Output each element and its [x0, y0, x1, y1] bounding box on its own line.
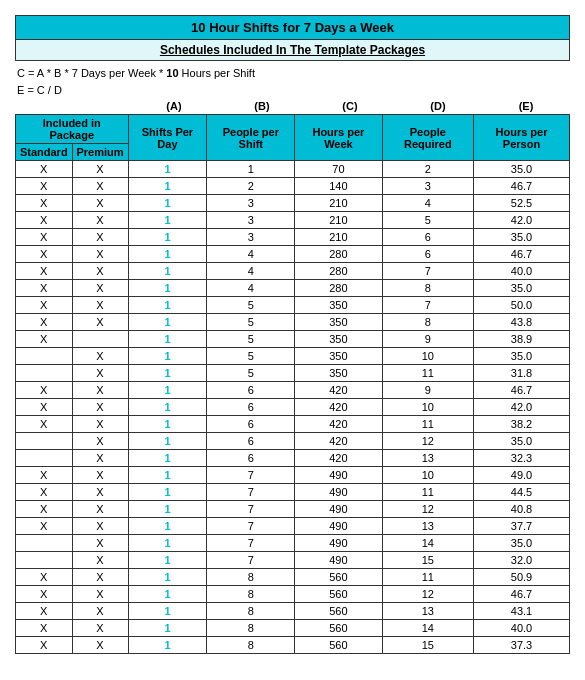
header-people-per-shift: People per Shift [207, 115, 295, 161]
table-cell: 37.7 [474, 518, 570, 535]
table-cell: 210 [295, 229, 382, 246]
formula2: E = C / D [17, 82, 570, 99]
subtitle-bar: Schedules Included In The Template Packa… [15, 40, 570, 61]
table-cell: 32.0 [474, 552, 570, 569]
col-letter-c: (C) [306, 100, 394, 112]
table-cell: 35.0 [474, 229, 570, 246]
table-cell: X [72, 399, 128, 416]
table-cell: 12 [382, 433, 473, 450]
table-cell: 560 [295, 637, 382, 654]
table-cell: 1 [128, 195, 207, 212]
table-cell: X [72, 603, 128, 620]
table-cell: 6 [382, 246, 473, 263]
table-row: X164201235.0 [16, 433, 570, 450]
table-cell: 280 [295, 246, 382, 263]
table-cell: X [16, 569, 73, 586]
table-cell: 40.0 [474, 263, 570, 280]
table-cell: X [16, 229, 73, 246]
table-cell: 6 [207, 416, 295, 433]
formula1: C = A * B * 7 Days per Week * 10 Hours p… [17, 65, 570, 82]
table-cell: 52.5 [474, 195, 570, 212]
table-cell: 1 [128, 382, 207, 399]
table-cell: X [16, 331, 73, 348]
table-cell: 4 [207, 246, 295, 263]
table-cell: 1 [128, 450, 207, 467]
table-cell: 490 [295, 501, 382, 518]
table-cell: X [72, 229, 128, 246]
table-cell: 5 [207, 348, 295, 365]
table-row: XX164201138.2 [16, 416, 570, 433]
table-cell: 350 [295, 348, 382, 365]
table-row: XX185601440.0 [16, 620, 570, 637]
table-cell: 3 [207, 195, 295, 212]
table-cell: 1 [128, 603, 207, 620]
table-cell: 1 [128, 501, 207, 518]
table-cell: 490 [295, 467, 382, 484]
table-cell: 490 [295, 484, 382, 501]
table-cell: 13 [382, 450, 473, 467]
table-cell: 8 [207, 569, 295, 586]
table-cell: 10 [382, 348, 473, 365]
table-cell: X [16, 178, 73, 195]
table-cell: 1 [128, 212, 207, 229]
table-cell: 13 [382, 518, 473, 535]
table-cell: 5 [207, 331, 295, 348]
table-cell: X [72, 246, 128, 263]
table-cell: 8 [207, 586, 295, 603]
table-cell: X [16, 586, 73, 603]
header-included: Included in Package [16, 115, 129, 144]
table-cell: 1 [128, 229, 207, 246]
table-cell: 43.1 [474, 603, 570, 620]
table-cell: 8 [382, 314, 473, 331]
table-cell: 350 [295, 297, 382, 314]
header-standard: Standard [16, 144, 73, 161]
table-cell: 38.2 [474, 416, 570, 433]
table-cell: 50.9 [474, 569, 570, 586]
table-cell: 5 [382, 212, 473, 229]
table-cell: 1 [128, 161, 207, 178]
table-cell: X [72, 501, 128, 518]
table-cell: 2 [382, 161, 473, 178]
table-cell: 1 [128, 637, 207, 654]
table-row: XX185601246.7 [16, 586, 570, 603]
table-row: XX174901144.5 [16, 484, 570, 501]
table-cell: 8 [382, 280, 473, 297]
table-cell: 210 [295, 195, 382, 212]
table-cell: 7 [382, 297, 473, 314]
table-cell [16, 450, 73, 467]
col-letter-d: (D) [394, 100, 482, 112]
table-cell: X [16, 314, 73, 331]
table-cell: X [16, 161, 73, 178]
table-cell: 420 [295, 382, 382, 399]
table-cell: X [72, 195, 128, 212]
table-cell: X [16, 416, 73, 433]
table-cell: 210 [295, 212, 382, 229]
table-row: XX174901049.0 [16, 467, 570, 484]
table-cell: 7 [382, 263, 473, 280]
table-cell: 42.0 [474, 212, 570, 229]
table-cell: 46.7 [474, 178, 570, 195]
table-cell: 350 [295, 314, 382, 331]
table-row: X164201332.3 [16, 450, 570, 467]
table-cell [16, 365, 73, 382]
table-cell: 1 [128, 620, 207, 637]
table-cell: 42.0 [474, 399, 570, 416]
table-cell: 1 [128, 348, 207, 365]
schedule-table: Included in Package Shifts Per Day Peopl… [15, 114, 570, 654]
table-cell: 140 [295, 178, 382, 195]
table-cell: 49.0 [474, 467, 570, 484]
table-cell: 40.8 [474, 501, 570, 518]
table-row: XX15350750.0 [16, 297, 570, 314]
table-row: XX13210542.0 [16, 212, 570, 229]
table-cell: 280 [295, 263, 382, 280]
table-cell: 420 [295, 433, 382, 450]
table-cell: 9 [382, 382, 473, 399]
header-premium: Premium [72, 144, 128, 161]
table-cell: 43.8 [474, 314, 570, 331]
table-row: XX185601537.3 [16, 637, 570, 654]
table-cell: X [16, 637, 73, 654]
table-cell: 40.0 [474, 620, 570, 637]
header-shifts-per-day: Shifts Per Day [128, 115, 207, 161]
table-cell: 3 [207, 229, 295, 246]
table-cell: X [16, 382, 73, 399]
